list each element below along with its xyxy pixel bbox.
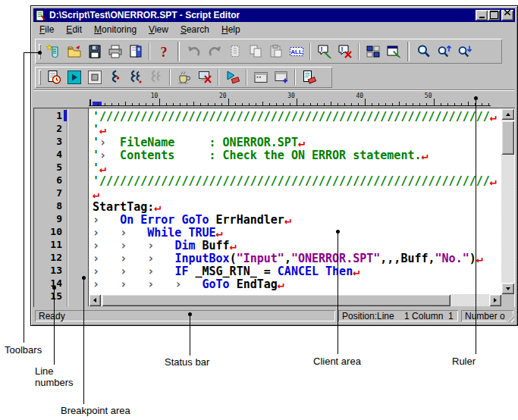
ruler-tick (242, 103, 243, 105)
line-number: 2 (34, 123, 67, 136)
paste-button[interactable] (266, 42, 285, 61)
break-button[interactable] (174, 68, 193, 86)
toolbars-label: Toolbars (5, 344, 42, 356)
find-down-button[interactable] (455, 42, 474, 61)
ruler-tick (317, 103, 318, 105)
horizontal-scrollbar[interactable] (89, 294, 501, 306)
stop-icon (87, 70, 102, 85)
step-out-button[interactable] (146, 68, 165, 86)
window-list-button[interactable] (363, 42, 382, 61)
ruler-tick (125, 102, 126, 105)
line-number: 14 (34, 277, 67, 290)
check-script-button[interactable] (44, 68, 63, 86)
ruler-ticks: 1020304050 (89, 92, 491, 106)
scroll-right-button[interactable] (489, 294, 501, 306)
save-button[interactable] (85, 42, 104, 61)
menu-file[interactable]: File (33, 23, 60, 36)
new-script-button[interactable] (44, 42, 63, 61)
copy-icon (248, 44, 263, 59)
return-mark: ↵ (298, 136, 305, 149)
undo-button[interactable] (184, 42, 203, 61)
debug-run-button[interactable] (223, 68, 242, 86)
add-watch-button[interactable] (272, 68, 290, 86)
status-bar: Ready Position:Line 1 Column 1 Number o (33, 309, 515, 323)
return-mark: ↵ (353, 265, 359, 278)
horizontal-scroll-thumb[interactable] (102, 294, 451, 306)
return-mark: ↵ (93, 187, 99, 201)
close-button[interactable] (501, 10, 513, 20)
properties-button[interactable] (384, 42, 403, 61)
line-number: 8 (34, 200, 67, 213)
code-area[interactable]: '///////////////////////////////////////… (89, 108, 501, 294)
client-area-pointer (337, 231, 338, 354)
add-watch-icon (274, 70, 289, 85)
menu-edit[interactable]: Edit (60, 23, 88, 36)
stop-button[interactable] (85, 68, 104, 86)
ruler-tick (482, 103, 482, 105)
find-icon (416, 44, 432, 59)
ruler-tick (193, 102, 194, 105)
ruler-tick (303, 103, 304, 105)
scroll-down-button[interactable] (501, 283, 514, 294)
scroll-left-button[interactable] (89, 294, 101, 306)
line-number-column: 123456789101112131415 (34, 108, 67, 306)
scroll-up-button[interactable] (501, 108, 514, 120)
find-button[interactable] (414, 42, 433, 61)
toolbar-separator (169, 69, 171, 86)
delete-bookmark-button[interactable]: ! (335, 42, 354, 61)
help-button[interactable]: ? (154, 42, 173, 61)
ruler-tick (399, 102, 400, 105)
step-over-button[interactable] (126, 68, 145, 86)
ruler-tick (139, 103, 140, 105)
toolbar-row-1: ?ALL!! (33, 37, 515, 65)
redo-button[interactable] (205, 42, 224, 61)
ruler-number: 30 (283, 92, 295, 99)
find-up-button[interactable] (435, 42, 454, 61)
line-number: 7 (34, 187, 67, 200)
edit-bookmark-button[interactable]: ! (315, 42, 334, 61)
ruler-tick (337, 103, 338, 105)
code-line: '↵ (93, 161, 501, 174)
ruler-tick (180, 103, 181, 105)
return-mark: ↵ (284, 213, 291, 227)
vertical-scroll-thumb[interactable] (501, 121, 514, 155)
menu-help[interactable]: Help (215, 23, 246, 36)
ruler-margin-marker[interactable] (93, 102, 102, 105)
ruler-tick (419, 103, 420, 105)
cancel-monitor-button[interactable] (195, 68, 214, 86)
line-number: 15 (34, 290, 67, 303)
step-into-button[interactable] (105, 68, 124, 86)
watch-window-button[interactable] (251, 68, 270, 86)
title-bar[interactable]: D:\Script\Test\ONERROR.SPT - Script Edit… (33, 8, 515, 22)
ruler-tick (488, 103, 489, 105)
copy-button[interactable] (246, 42, 265, 61)
breakpoint-area-pointer (83, 277, 84, 404)
minimize-button[interactable] (476, 10, 488, 20)
print-button[interactable] (105, 42, 124, 61)
arrow-left-icon (91, 298, 96, 302)
run-button[interactable] (64, 68, 83, 86)
ruler-number: 50 (420, 92, 432, 99)
menu-search[interactable]: Search (174, 23, 215, 36)
toolbar-grip[interactable] (39, 70, 41, 85)
ruler-tick (461, 103, 462, 105)
maximize-button[interactable] (488, 10, 500, 20)
vertical-scrollbar[interactable] (501, 108, 514, 294)
print-preview-button[interactable] (126, 42, 145, 61)
ruler-tick (208, 103, 209, 105)
select-all-button[interactable]: ALL (287, 42, 306, 61)
client-area-pointer-dot (336, 230, 340, 234)
menu-view[interactable]: View (143, 23, 174, 36)
window-title: D:\Script\Test\ONERROR.SPT - Script Edit… (46, 10, 240, 20)
ruler-tick (173, 103, 174, 105)
maximize-icon (490, 11, 498, 19)
ruler-tick (372, 103, 372, 105)
cut-button[interactable] (225, 42, 244, 61)
ruler-tick (105, 103, 105, 105)
ruler-tick (434, 99, 435, 105)
cut-icon (228, 44, 243, 59)
ruler-tick (256, 103, 256, 105)
menu-monitoring[interactable]: Monitoring (88, 23, 143, 36)
open-script-button[interactable] (64, 42, 83, 61)
clear-script-button[interactable] (300, 68, 319, 86)
